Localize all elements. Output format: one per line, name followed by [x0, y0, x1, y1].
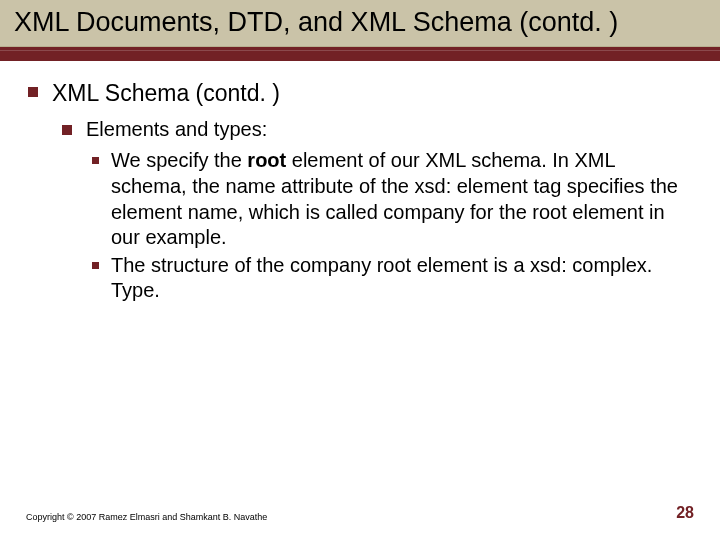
- square-bullet-icon: [62, 125, 72, 135]
- square-bullet-icon: [92, 262, 99, 269]
- level3-text: We specify the root element of our XML s…: [111, 148, 692, 250]
- list-item: Elements and types: We specify the root …: [62, 117, 692, 304]
- level2-text: Elements and types:: [86, 117, 267, 143]
- slide-title: XML Documents, DTD, and XML Schema (cont…: [14, 6, 706, 38]
- slide-content: XML Schema (contd. ) Elements and types:: [0, 61, 720, 304]
- page-number: 28: [676, 504, 694, 522]
- square-bullet-icon: [92, 157, 99, 164]
- footer: Copyright © 2007 Ramez Elmasri and Shamk…: [0, 504, 720, 522]
- text-run: We specify the: [111, 149, 247, 171]
- list-item: We specify the root element of our XML s…: [92, 148, 692, 250]
- title-bar: XML Documents, DTD, and XML Schema (cont…: [0, 0, 720, 47]
- level1-text: XML Schema (contd. ): [52, 79, 280, 108]
- copyright-text: Copyright © 2007 Ramez Elmasri and Shamk…: [26, 512, 267, 522]
- level3-text: The structure of the company root elemen…: [111, 253, 692, 304]
- square-bullet-icon: [28, 87, 38, 97]
- bold-text: root: [247, 149, 286, 171]
- list-item: XML Schema (contd. ) Elements and types:: [28, 79, 692, 304]
- list-item: The structure of the company root elemen…: [92, 253, 692, 304]
- accent-strip: [0, 47, 720, 61]
